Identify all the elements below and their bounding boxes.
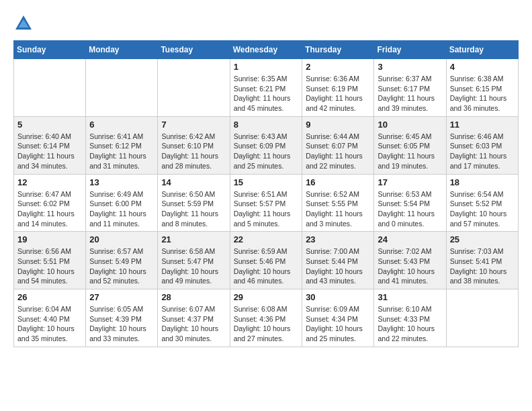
calendar-cell: 18Sunrise: 6:54 AM Sunset: 5:52 PM Dayli… bbox=[446, 174, 518, 232]
day-info: Sunrise: 6:53 AM Sunset: 5:54 PM Dayligh… bbox=[378, 189, 442, 229]
calendar-cell: 12Sunrise: 6:47 AM Sunset: 6:02 PM Dayli… bbox=[14, 174, 86, 232]
day-number: 16 bbox=[306, 177, 370, 187]
calendar-cell: 13Sunrise: 6:49 AM Sunset: 6:00 PM Dayli… bbox=[86, 174, 158, 232]
day-number: 17 bbox=[378, 177, 442, 187]
day-number: 27 bbox=[89, 292, 154, 302]
day-number: 25 bbox=[450, 234, 515, 244]
day-number: 22 bbox=[234, 234, 299, 244]
calendar-body: 1Sunrise: 6:35 AM Sunset: 6:21 PM Daylig… bbox=[14, 59, 519, 347]
day-number: 10 bbox=[378, 120, 442, 130]
calendar-cell: 29Sunrise: 6:08 AM Sunset: 4:36 PM Dayli… bbox=[230, 289, 302, 347]
day-info: Sunrise: 6:56 AM Sunset: 5:51 PM Dayligh… bbox=[17, 246, 82, 286]
calendar-cell: 19Sunrise: 6:56 AM Sunset: 5:51 PM Dayli… bbox=[14, 232, 86, 289]
calendar-cell: 15Sunrise: 6:51 AM Sunset: 5:57 PM Dayli… bbox=[230, 174, 302, 232]
weekday-header-row: SundayMondayTuesdayWednesdayThursdayFrid… bbox=[14, 41, 519, 59]
calendar-week-row: 12Sunrise: 6:47 AM Sunset: 6:02 PM Dayli… bbox=[14, 174, 519, 232]
calendar-cell: 28Sunrise: 6:07 AM Sunset: 4:37 PM Dayli… bbox=[158, 289, 230, 347]
calendar-cell: 20Sunrise: 6:57 AM Sunset: 5:49 PM Dayli… bbox=[86, 232, 158, 289]
day-number: 15 bbox=[234, 177, 299, 187]
calendar-cell: 27Sunrise: 6:05 AM Sunset: 4:39 PM Dayli… bbox=[86, 289, 158, 347]
calendar-cell: 31Sunrise: 6:10 AM Sunset: 4:33 PM Dayli… bbox=[374, 289, 446, 347]
weekday-header-cell: Saturday bbox=[446, 41, 518, 59]
day-number: 3 bbox=[378, 62, 442, 72]
day-info: Sunrise: 6:46 AM Sunset: 6:03 PM Dayligh… bbox=[450, 132, 515, 171]
day-number: 30 bbox=[306, 292, 370, 302]
day-number: 7 bbox=[161, 120, 226, 130]
calendar-cell: 6Sunrise: 6:41 AM Sunset: 6:12 PM Daylig… bbox=[86, 116, 158, 174]
day-number: 18 bbox=[450, 177, 515, 187]
day-info: Sunrise: 6:35 AM Sunset: 6:21 PM Dayligh… bbox=[234, 74, 299, 113]
calendar-week-row: 26Sunrise: 6:04 AM Sunset: 4:40 PM Dayli… bbox=[14, 289, 519, 347]
day-number: 4 bbox=[450, 62, 515, 72]
calendar-week-row: 5Sunrise: 6:40 AM Sunset: 6:14 PM Daylig… bbox=[14, 116, 519, 174]
day-number: 13 bbox=[89, 177, 154, 187]
day-number: 14 bbox=[161, 177, 226, 187]
day-info: Sunrise: 6:09 AM Sunset: 4:34 PM Dayligh… bbox=[306, 304, 370, 344]
day-number: 29 bbox=[234, 292, 299, 302]
day-info: Sunrise: 6:59 AM Sunset: 5:46 PM Dayligh… bbox=[234, 246, 299, 286]
calendar-cell: 10Sunrise: 6:45 AM Sunset: 6:05 PM Dayli… bbox=[374, 116, 446, 174]
day-info: Sunrise: 6:08 AM Sunset: 4:36 PM Dayligh… bbox=[234, 304, 299, 344]
day-info: Sunrise: 6:52 AM Sunset: 5:55 PM Dayligh… bbox=[306, 189, 370, 229]
weekday-header-cell: Monday bbox=[86, 41, 158, 59]
calendar-cell: 2Sunrise: 6:36 AM Sunset: 6:19 PM Daylig… bbox=[302, 59, 374, 117]
day-number: 5 bbox=[17, 120, 82, 130]
calendar-cell bbox=[158, 59, 230, 117]
calendar-cell: 26Sunrise: 6:04 AM Sunset: 4:40 PM Dayli… bbox=[14, 289, 86, 347]
calendar-cell bbox=[86, 59, 158, 117]
calendar-cell: 8Sunrise: 6:43 AM Sunset: 6:09 PM Daylig… bbox=[230, 116, 302, 174]
day-number: 19 bbox=[17, 234, 82, 244]
weekday-header-cell: Thursday bbox=[302, 41, 374, 59]
day-number: 31 bbox=[378, 292, 442, 302]
calendar-cell: 22Sunrise: 6:59 AM Sunset: 5:46 PM Dayli… bbox=[230, 232, 302, 289]
day-number: 11 bbox=[450, 120, 515, 130]
day-info: Sunrise: 6:57 AM Sunset: 5:49 PM Dayligh… bbox=[89, 246, 154, 286]
calendar-cell: 23Sunrise: 7:00 AM Sunset: 5:44 PM Dayli… bbox=[302, 232, 374, 289]
day-info: Sunrise: 7:02 AM Sunset: 5:43 PM Dayligh… bbox=[378, 246, 442, 286]
day-info: Sunrise: 6:05 AM Sunset: 4:39 PM Dayligh… bbox=[89, 304, 154, 344]
calendar-cell: 16Sunrise: 6:52 AM Sunset: 5:55 PM Dayli… bbox=[302, 174, 374, 232]
day-info: Sunrise: 6:36 AM Sunset: 6:19 PM Dayligh… bbox=[306, 74, 370, 113]
day-info: Sunrise: 6:42 AM Sunset: 6:10 PM Dayligh… bbox=[161, 132, 226, 171]
logo bbox=[13, 13, 36, 34]
calendar-week-row: 1Sunrise: 6:35 AM Sunset: 6:21 PM Daylig… bbox=[14, 59, 519, 117]
calendar-cell bbox=[14, 59, 86, 117]
calendar-cell: 14Sunrise: 6:50 AM Sunset: 5:59 PM Dayli… bbox=[158, 174, 230, 232]
day-number: 2 bbox=[306, 62, 370, 72]
calendar-cell: 17Sunrise: 6:53 AM Sunset: 5:54 PM Dayli… bbox=[374, 174, 446, 232]
day-number: 1 bbox=[234, 62, 299, 72]
day-info: Sunrise: 7:03 AM Sunset: 5:41 PM Dayligh… bbox=[450, 246, 515, 286]
day-info: Sunrise: 6:38 AM Sunset: 6:15 PM Dayligh… bbox=[450, 74, 515, 113]
page-header bbox=[13, 13, 519, 34]
day-number: 21 bbox=[161, 234, 226, 244]
logo-icon bbox=[13, 13, 34, 34]
day-info: Sunrise: 6:41 AM Sunset: 6:12 PM Dayligh… bbox=[89, 132, 154, 171]
day-info: Sunrise: 6:51 AM Sunset: 5:57 PM Dayligh… bbox=[234, 189, 299, 229]
day-number: 28 bbox=[161, 292, 226, 302]
calendar-cell: 3Sunrise: 6:37 AM Sunset: 6:17 PM Daylig… bbox=[374, 59, 446, 117]
day-info: Sunrise: 6:54 AM Sunset: 5:52 PM Dayligh… bbox=[450, 189, 515, 229]
day-info: Sunrise: 6:44 AM Sunset: 6:07 PM Dayligh… bbox=[306, 132, 370, 171]
day-info: Sunrise: 6:43 AM Sunset: 6:09 PM Dayligh… bbox=[234, 132, 299, 171]
calendar-cell: 30Sunrise: 6:09 AM Sunset: 4:34 PM Dayli… bbox=[302, 289, 374, 347]
day-info: Sunrise: 6:40 AM Sunset: 6:14 PM Dayligh… bbox=[17, 132, 82, 171]
calendar-cell: 1Sunrise: 6:35 AM Sunset: 6:21 PM Daylig… bbox=[230, 59, 302, 117]
day-info: Sunrise: 6:45 AM Sunset: 6:05 PM Dayligh… bbox=[378, 132, 442, 171]
day-number: 8 bbox=[234, 120, 299, 130]
day-number: 20 bbox=[89, 234, 154, 244]
calendar-cell: 7Sunrise: 6:42 AM Sunset: 6:10 PM Daylig… bbox=[158, 116, 230, 174]
day-number: 12 bbox=[17, 177, 82, 187]
weekday-header-cell: Wednesday bbox=[230, 41, 302, 59]
day-number: 6 bbox=[89, 120, 154, 130]
calendar-cell bbox=[446, 289, 518, 347]
day-number: 26 bbox=[17, 292, 82, 302]
calendar-week-row: 19Sunrise: 6:56 AM Sunset: 5:51 PM Dayli… bbox=[14, 232, 519, 289]
day-info: Sunrise: 6:50 AM Sunset: 5:59 PM Dayligh… bbox=[161, 189, 226, 229]
day-info: Sunrise: 6:04 AM Sunset: 4:40 PM Dayligh… bbox=[17, 304, 82, 344]
day-info: Sunrise: 6:37 AM Sunset: 6:17 PM Dayligh… bbox=[378, 74, 442, 113]
day-number: 23 bbox=[306, 234, 370, 244]
calendar-cell: 21Sunrise: 6:58 AM Sunset: 5:47 PM Dayli… bbox=[158, 232, 230, 289]
day-number: 24 bbox=[378, 234, 442, 244]
calendar-cell: 5Sunrise: 6:40 AM Sunset: 6:14 PM Daylig… bbox=[14, 116, 86, 174]
weekday-header-cell: Tuesday bbox=[158, 41, 230, 59]
